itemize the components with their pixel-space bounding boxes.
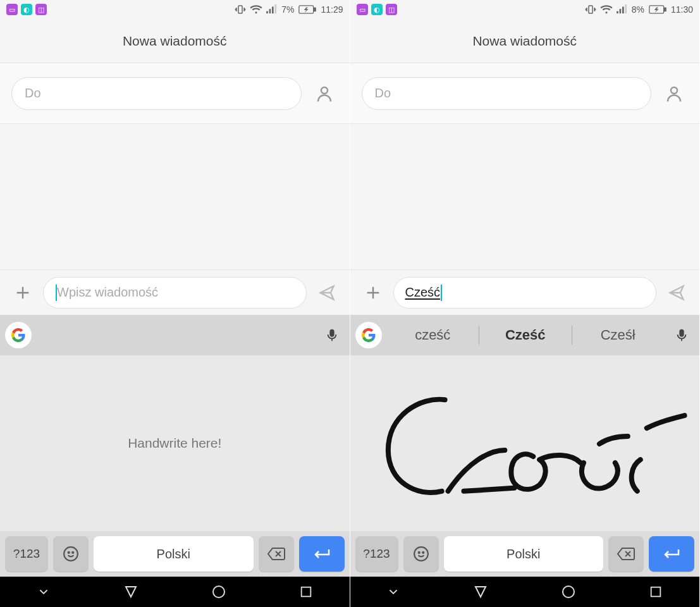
app-icon-chat: ▭ [357,4,368,15]
send-button[interactable] [314,280,340,305]
svg-point-11 [213,586,224,598]
svg-point-23 [422,552,424,553]
svg-point-8 [64,547,78,561]
page-title: Nowa wiadomość [123,34,227,49]
add-contact-button[interactable] [660,80,688,107]
svg-rect-19 [664,8,666,11]
compose-row: Cześć [350,269,700,315]
svg-rect-14 [617,11,618,14]
keyboard-bottom-row: ?123 Polski [0,531,350,577]
smile-icon [63,546,79,562]
handwriting-panel[interactable] [350,355,700,531]
home-nav-icon[interactable] [211,584,226,599]
emoji-key[interactable] [53,536,89,572]
back-nav-icon[interactable] [473,584,488,599]
suggestion-2[interactable]: Cześć [479,327,572,343]
numeric-key[interactable]: ?123 [5,536,48,572]
suggestion-list: cześć Cześć Cześł [387,326,665,345]
svg-rect-0 [238,6,242,13]
back-nav-icon[interactable] [123,584,138,599]
recipient-row: Do [0,63,350,124]
send-button[interactable] [664,280,689,305]
mic-icon [675,326,689,344]
vibrate-icon [235,4,246,15]
send-icon [668,284,685,302]
svg-rect-17 [625,4,627,13]
battery-percent: 7% [281,4,294,15]
mic-icon [325,326,339,344]
voice-input-button[interactable] [669,322,694,348]
enter-icon [662,548,681,560]
svg-point-24 [563,586,574,598]
home-nav-icon[interactable] [561,584,576,599]
space-key[interactable]: Polski [444,536,604,572]
status-bar: ▭ ◐ ◫ 7% 11:29 [0,0,350,19]
app-icon-gallery: ◫ [386,4,397,15]
add-contact-button[interactable] [310,80,338,107]
wifi-icon [250,4,262,15]
app-icon-android: ◐ [21,4,32,15]
chevron-down-icon[interactable] [37,585,51,599]
google-g-icon [361,328,376,343]
svg-rect-12 [302,587,311,597]
enter-key[interactable] [649,536,694,572]
svg-rect-25 [651,587,661,597]
keyboard-bottom-row: ?123 Polski [350,531,700,577]
backspace-key[interactable] [259,536,294,572]
svg-rect-3 [272,7,274,14]
backspace-icon [267,547,286,561]
page-title: Nowa wiadomość [472,34,577,49]
handwriting-ink [350,355,700,531]
app-icon-chat: ▭ [6,4,18,15]
space-key[interactable]: Polski [94,536,254,572]
svg-rect-2 [269,9,271,13]
status-bar: ▭ ◐ ◫ 8% 11:30 [350,0,700,19]
backspace-key[interactable] [608,536,644,572]
attach-button[interactable] [10,280,35,305]
smile-icon [413,546,429,562]
suggestion-1[interactable]: cześć [387,327,479,343]
svg-rect-6 [314,8,316,11]
header: Nowa wiadomość [350,19,700,63]
app-icon-gallery: ◫ [35,4,47,15]
header: Nowa wiadomość [0,19,350,63]
google-button[interactable] [5,322,32,348]
attach-button[interactable] [360,280,386,305]
android-nav-bar [350,577,700,607]
recipient-input[interactable]: Do [11,77,302,110]
message-input[interactable]: Cześć [393,277,657,309]
android-nav-bar [0,577,350,607]
svg-point-21 [414,547,428,561]
voice-input-button[interactable] [319,322,345,348]
message-input[interactable]: Wpisz wiadomość [43,277,307,309]
svg-rect-4 [275,4,277,13]
status-app-icons: ▭ ◐ ◫ [6,4,47,15]
recipient-placeholder: Do [25,86,41,101]
recipient-row: Do [350,63,700,124]
recipient-input[interactable]: Do [362,77,652,110]
enter-key[interactable] [299,536,345,572]
plus-icon [14,284,32,302]
suggestion-strip [0,315,350,355]
plus-icon [364,284,382,302]
recent-nav-icon[interactable] [299,585,313,599]
handwriting-panel[interactable]: Handwrite here! [0,355,350,531]
google-button[interactable] [355,322,382,348]
message-area [350,124,700,269]
google-g-icon [11,328,26,343]
emoji-key[interactable] [403,536,439,572]
battery-icon [298,5,317,14]
person-icon [665,84,684,103]
message-placeholder: Wpisz wiadomość [57,285,158,300]
text-cursor [441,285,442,301]
wifi-icon [600,4,613,15]
app-icon-android: ◐ [371,4,383,15]
numeric-key[interactable]: ?123 [355,536,398,572]
phone-screen-2: ▭ ◐ ◫ 8% 11:30 Nowa wiadomość Do Cześć [350,0,701,607]
svg-point-9 [68,552,70,553]
compose-row: Wpisz wiadomość [0,269,350,315]
status-app-icons: ▭ ◐ ◫ [357,4,397,15]
suggestion-3[interactable]: Cześł [572,327,665,343]
recent-nav-icon[interactable] [649,585,663,599]
chevron-down-icon[interactable] [386,585,400,599]
